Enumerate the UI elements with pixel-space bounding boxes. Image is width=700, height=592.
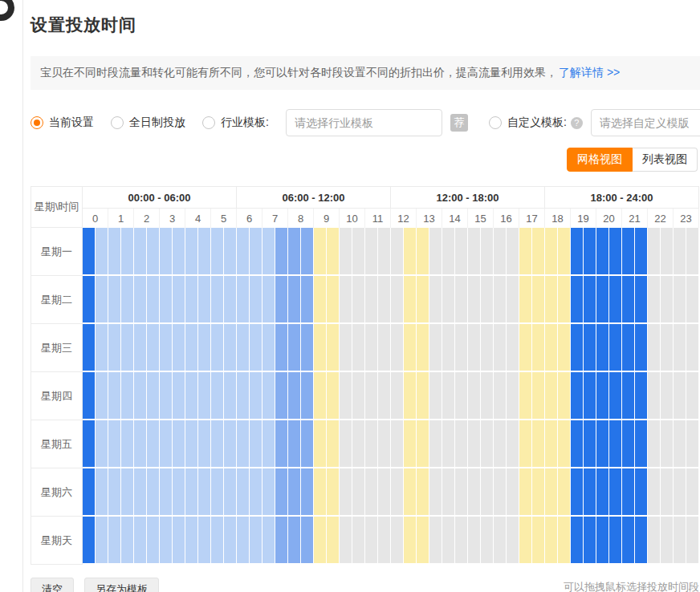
time-slot[interactable] xyxy=(365,517,378,565)
time-slot[interactable] xyxy=(147,372,160,420)
time-slot[interactable] xyxy=(301,468,314,517)
time-slot[interactable] xyxy=(327,468,340,517)
time-slot[interactable] xyxy=(327,420,340,468)
time-slot[interactable] xyxy=(455,228,468,276)
radio-current-settings[interactable]: 当前设置 xyxy=(31,116,94,130)
time-slot[interactable] xyxy=(237,372,250,420)
time-slot[interactable] xyxy=(494,276,507,324)
time-slot[interactable] xyxy=(121,372,134,420)
time-slot[interactable] xyxy=(365,372,378,420)
time-slot[interactable] xyxy=(494,468,507,517)
time-slot[interactable] xyxy=(404,372,417,420)
time-slot[interactable] xyxy=(211,420,224,468)
time-slot[interactable] xyxy=(211,276,224,324)
time-slot[interactable] xyxy=(352,372,365,420)
radio-button-icon[interactable] xyxy=(111,116,124,129)
radio-button-icon[interactable] xyxy=(31,116,43,129)
time-slot[interactable] xyxy=(108,420,121,468)
time-slot[interactable] xyxy=(96,228,108,276)
time-slot[interactable] xyxy=(494,228,507,276)
time-slot[interactable] xyxy=(378,324,391,372)
time-slot[interactable] xyxy=(622,420,635,468)
radio-button-icon[interactable] xyxy=(489,116,502,129)
time-slot[interactable] xyxy=(674,228,686,276)
time-slot[interactable] xyxy=(288,276,301,324)
time-slot[interactable] xyxy=(648,372,661,420)
time-slot[interactable] xyxy=(648,228,661,276)
time-slot[interactable] xyxy=(417,228,429,276)
time-slot[interactable] xyxy=(314,420,327,468)
time-slot[interactable] xyxy=(429,372,442,420)
time-slot[interactable] xyxy=(661,468,674,517)
time-slot[interactable] xyxy=(237,276,250,324)
time-slot[interactable] xyxy=(108,468,121,517)
time-slot[interactable] xyxy=(686,517,699,565)
time-slot[interactable] xyxy=(609,468,622,517)
time-slot[interactable] xyxy=(288,420,301,468)
time-slot[interactable] xyxy=(327,228,340,276)
time-slot[interactable] xyxy=(134,276,147,324)
time-slot[interactable] xyxy=(545,276,558,324)
time-slot[interactable] xyxy=(83,420,96,468)
time-slot[interactable] xyxy=(83,276,96,324)
time-slot[interactable] xyxy=(417,468,429,517)
time-slot[interactable] xyxy=(519,276,532,324)
time-slot[interactable] xyxy=(571,468,584,517)
time-slot[interactable] xyxy=(352,324,365,372)
time-slot[interactable] xyxy=(622,276,635,324)
time-slot[interactable] xyxy=(365,324,378,372)
time-slot[interactable] xyxy=(275,228,288,276)
time-slot[interactable] xyxy=(584,228,596,276)
time-slot[interactable] xyxy=(494,517,507,565)
time-slot[interactable] xyxy=(83,517,96,565)
time-slot[interactable] xyxy=(417,324,429,372)
time-slot[interactable] xyxy=(545,517,558,565)
time-slot[interactable] xyxy=(211,228,224,276)
time-slot[interactable] xyxy=(340,420,352,468)
time-slot[interactable] xyxy=(545,228,558,276)
time-slot[interactable] xyxy=(404,324,417,372)
time-slot[interactable] xyxy=(160,324,173,372)
time-slot[interactable] xyxy=(185,517,198,565)
time-slot[interactable] xyxy=(545,420,558,468)
time-slot[interactable] xyxy=(327,517,340,565)
time-slot[interactable] xyxy=(648,517,661,565)
time-slot[interactable] xyxy=(275,468,288,517)
time-slot[interactable] xyxy=(250,276,262,324)
time-slot[interactable] xyxy=(635,276,648,324)
time-slot[interactable] xyxy=(391,324,404,372)
time-slot[interactable] xyxy=(224,324,237,372)
time-slot[interactable] xyxy=(314,517,327,565)
time-slot[interactable] xyxy=(198,228,211,276)
time-slot[interactable] xyxy=(507,517,519,565)
time-slot[interactable] xyxy=(584,276,596,324)
time-slot[interactable] xyxy=(455,324,468,372)
time-slot[interactable] xyxy=(661,276,674,324)
time-slot[interactable] xyxy=(224,468,237,517)
time-slot[interactable] xyxy=(391,276,404,324)
save-as-template-button[interactable]: 另存为模板 xyxy=(84,578,159,592)
time-slot[interactable] xyxy=(442,276,455,324)
time-slot[interactable] xyxy=(674,372,686,420)
time-slot[interactable] xyxy=(596,276,609,324)
time-slot[interactable] xyxy=(468,517,481,565)
time-slot[interactable] xyxy=(507,324,519,372)
time-slot[interactable] xyxy=(211,372,224,420)
time-slot[interactable] xyxy=(468,420,481,468)
time-slot[interactable] xyxy=(378,228,391,276)
time-slot[interactable] xyxy=(83,468,96,517)
time-slot[interactable] xyxy=(134,324,147,372)
radio-fullday-delivery[interactable]: 全日制投放 xyxy=(111,116,185,130)
time-slot[interactable] xyxy=(532,228,545,276)
time-slot[interactable] xyxy=(224,517,237,565)
time-slot[interactable] xyxy=(121,517,134,565)
industry-template-input[interactable] xyxy=(286,109,442,136)
time-slot[interactable] xyxy=(96,276,108,324)
time-slot[interactable] xyxy=(519,228,532,276)
time-slot[interactable] xyxy=(365,468,378,517)
time-slot[interactable] xyxy=(134,372,147,420)
time-slot[interactable] xyxy=(584,420,596,468)
time-slot[interactable] xyxy=(314,324,327,372)
time-slot[interactable] xyxy=(532,517,545,565)
time-slot[interactable] xyxy=(417,517,429,565)
